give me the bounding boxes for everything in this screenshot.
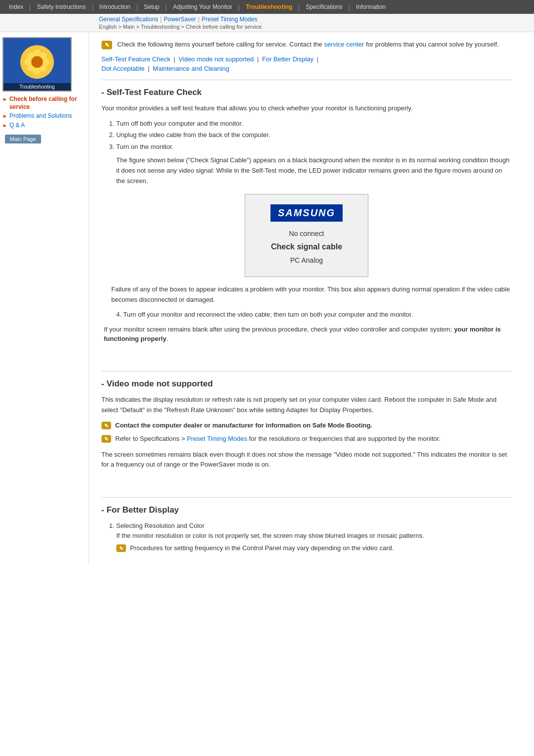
quicklink-better-display[interactable]: For Better Display — [262, 55, 313, 63]
section-self-test: - Self-Test Feature Check Your monitor p… — [101, 88, 512, 344]
sidebar-link-qa[interactable]: Q & A — [9, 122, 25, 130]
sidebar-link-check-before[interactable]: Check before calling for service — [9, 95, 86, 111]
nav-bar: Index | Safety Instructions | Introducti… — [0, 0, 534, 14]
svg-point-4 — [33, 67, 41, 75]
subnav-link-general-specs[interactable]: General Specifications — [99, 16, 158, 23]
section3-note-text: Procedures for setting frequency in the … — [130, 543, 394, 553]
quicklink-video-mode[interactable]: Video mode not supported — [178, 55, 254, 63]
note-block-1: ✎ Contact the computer dealer or manufac… — [101, 421, 512, 430]
breadcrumb: English > Main > Troubleshooting > Check… — [99, 24, 529, 30]
section1-steps: Turn off both your computer and the moni… — [101, 119, 512, 152]
section-better-display: - For Better Display Selecting Resolutio… — [101, 505, 512, 553]
samsung-logo: SAMSUNG — [270, 204, 343, 222]
step-2: Unplug the video cable from the back of … — [116, 130, 512, 140]
svg-point-3 — [33, 49, 41, 57]
preset-timing-link[interactable]: Preset Timing Modes — [187, 435, 247, 442]
nav-item-setup[interactable]: Setup — [140, 2, 163, 12]
quicklink-self-test[interactable]: Self-Test Feature Check — [101, 55, 170, 63]
quick-links: Self-Test Feature Check | Video mode not… — [101, 55, 512, 63]
section2-note3: The screen sometimes remains black even … — [101, 450, 512, 471]
section2-body: This indicates the display resolution or… — [101, 395, 512, 416]
sidebar-item-problems[interactable]: ► Problems and Solutions — [2, 112, 86, 120]
section2-title: - Video mode not supported — [101, 379, 512, 389]
service-center-link[interactable]: service center — [324, 41, 364, 48]
quick-links-row2: Dot Acceptable | Maintenance and Cleanin… — [101, 65, 512, 72]
nav-item-intro[interactable]: Introduction — [95, 2, 134, 12]
svg-point-5 — [25, 58, 33, 66]
content-area: ✎ Check the following items yourself bef… — [89, 32, 524, 565]
nav-item-safety[interactable]: Safety Instructions — [33, 2, 90, 12]
divider-3 — [101, 497, 512, 498]
note-icon: ✎ — [101, 41, 112, 49]
quicklink-dot-acceptable[interactable]: Dot Acceptable — [101, 65, 144, 72]
sidebar-link-problems[interactable]: Problems and Solutions — [9, 112, 72, 120]
note2-text: Refer to Specifications > Preset Timing … — [115, 434, 441, 444]
section3-note-block: ✎ Procedures for setting frequency in th… — [116, 543, 512, 553]
subnav-link-powersaver[interactable]: PowerSaver — [164, 16, 196, 23]
check-signal-text: Check signal cable — [260, 240, 353, 254]
note-block-2: ✎ Refer to Specifications > Preset Timin… — [101, 434, 512, 444]
svg-text:✎: ✎ — [104, 423, 108, 428]
intro-text: Check the following items yourself befor… — [117, 40, 499, 49]
subnav-link-preset-timing[interactable]: Preset Timing Modes — [202, 16, 258, 23]
nav-item-index[interactable]: Index — [5, 2, 27, 12]
svg-point-11 — [31, 56, 43, 67]
svg-text:✎: ✎ — [119, 546, 123, 551]
svg-point-6 — [42, 58, 50, 66]
arrow-icon-2: ► — [2, 113, 7, 119]
svg-text:✎: ✎ — [105, 42, 109, 48]
note-icon-sm-3: ✎ — [116, 544, 126, 552]
sub-nav: General Specifications | PowerSaver | Pr… — [0, 14, 534, 32]
step-1: Turn off both your computer and the moni… — [116, 119, 512, 129]
signal-box: SAMSUNG No connect Check signal cable PC… — [245, 194, 368, 277]
sub-nav-links: General Specifications | PowerSaver | Pr… — [99, 16, 529, 23]
intro-block: ✎ Check the following items yourself bef… — [101, 40, 512, 49]
svg-text:✎: ✎ — [104, 436, 108, 442]
sidebar-item-check-before[interactable]: ► Check before calling for service — [2, 95, 86, 111]
step-3: Turn on the monitor. — [116, 142, 512, 152]
section-video-mode: - Video mode not supported This indicate… — [101, 379, 512, 470]
section1-body: Your monitor provides a self test featur… — [101, 103, 512, 114]
if-blank-text: If your monitor screen remains blank aft… — [101, 325, 512, 344]
main-layout: Troubleshooting ► Check before calling f… — [0, 32, 534, 565]
section3-step1: Selecting Resolution and Color If the mo… — [116, 521, 512, 553]
sidebar-nav: ► Check before calling for service ► Pro… — [2, 95, 86, 129]
sidebar: Troubleshooting ► Check before calling f… — [0, 32, 89, 565]
arrow-icon: ► — [2, 96, 7, 102]
sidebar-item-qa[interactable]: ► Q & A — [2, 122, 86, 130]
nav-item-troubleshooting[interactable]: Troubleshooting — [242, 2, 296, 12]
nav-item-adjusting[interactable]: Adjusting Your Monitor — [169, 2, 236, 12]
divider-1 — [101, 80, 512, 80]
no-connect-text: No connect — [260, 228, 353, 240]
section3-title: - For Better Display — [101, 505, 512, 515]
divider-2 — [101, 371, 512, 372]
section3-list: Selecting Resolution and Color If the mo… — [101, 521, 512, 553]
signal-text: No connect Check signal cable PC Analog — [260, 228, 353, 267]
failure-text: Failure of any of the boxes to appear in… — [101, 284, 512, 305]
quicklink-maintenance[interactable]: Maintenance and Cleaning — [153, 65, 229, 72]
note-icon-sm-1: ✎ — [101, 422, 111, 429]
note1-text: Contact the computer dealer or manufactu… — [115, 421, 372, 430]
sidebar-image: Troubleshooting — [2, 37, 72, 92]
figure-desc: The figure shown below ("Check Signal Ca… — [101, 155, 512, 186]
pc-analog-text: PC Analog — [260, 254, 353, 267]
note-icon-sm-2: ✎ — [101, 435, 111, 443]
arrow-icon-3: ► — [2, 123, 7, 128]
step-4: 4. Turn off your monitor and reconnect t… — [116, 310, 512, 320]
sidebar-image-label: Troubleshooting — [3, 83, 71, 91]
nav-item-specifications[interactable]: Specifications — [302, 2, 347, 12]
main-page-button[interactable]: Main Page — [5, 135, 41, 143]
section1-title: - Self-Test Feature Check — [101, 88, 512, 97]
nav-item-information[interactable]: Information — [352, 2, 390, 12]
